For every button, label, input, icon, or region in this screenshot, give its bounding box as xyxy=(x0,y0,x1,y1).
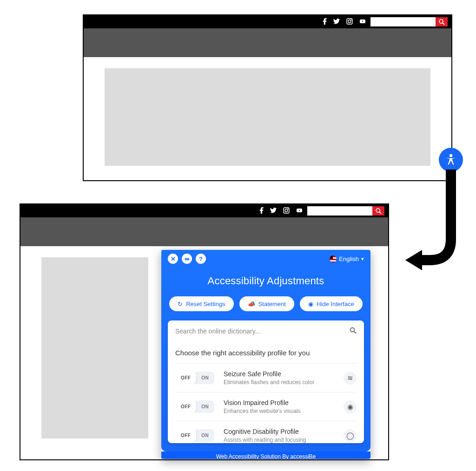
hide-interface-button[interactable]: ◉ Hide Interface xyxy=(300,296,363,311)
svg-line-5 xyxy=(443,23,444,25)
search-bar xyxy=(307,206,384,216)
help-icon: ? xyxy=(199,255,203,262)
profile-row-vision: OFF ON Vision Impaired Profile Enhances … xyxy=(175,392,357,421)
flow-arrow xyxy=(400,165,465,286)
chat-icon: ◯ xyxy=(344,429,357,442)
close-button[interactable]: ✕ xyxy=(168,254,178,264)
search-bar xyxy=(370,17,448,26)
svg-point-2 xyxy=(351,19,352,20)
waves-icon: ≋ xyxy=(344,372,357,385)
search-button[interactable] xyxy=(436,17,448,26)
search-input[interactable] xyxy=(370,17,436,26)
svg-point-12 xyxy=(376,209,380,212)
language-label: English xyxy=(339,255,359,262)
search-icon xyxy=(350,327,357,335)
panel-title: Accessibility Adjustments xyxy=(168,275,364,287)
svg-line-13 xyxy=(379,212,381,214)
toggle-on: ON xyxy=(194,400,214,413)
toggle-off: OFF xyxy=(175,429,196,442)
panel-footer: Web Accessibility Solution By accessiBe xyxy=(161,451,370,459)
twitter-icon[interactable] xyxy=(270,207,277,215)
dictionary-search-placeholder: Search the online dictionary... xyxy=(175,327,260,335)
megaphone-icon: 📣 xyxy=(248,301,255,307)
facebook-icon[interactable] xyxy=(323,18,327,26)
topbar xyxy=(84,15,451,28)
language-selector[interactable]: English ▾ xyxy=(330,255,364,262)
social-icons xyxy=(259,207,303,215)
eye-off-icon: ◉ xyxy=(308,301,313,307)
accessibility-panel: ✕ ⇔ ? English ▾ Accessibility Adjustment… xyxy=(161,250,370,459)
search-icon xyxy=(439,19,445,25)
flag-us-icon xyxy=(330,255,337,262)
search-button[interactable] xyxy=(372,206,384,216)
dictionary-search[interactable]: Search the online dictionary... xyxy=(175,327,357,342)
svg-point-14 xyxy=(350,328,355,332)
browser-window-before xyxy=(83,14,452,181)
instagram-icon[interactable] xyxy=(346,18,353,26)
reset-settings-button[interactable]: ↻ Reset Settings xyxy=(169,296,234,311)
toggle-off: OFF xyxy=(175,400,196,413)
hide-label: Hide Interface xyxy=(317,301,354,307)
toggle-vision[interactable]: OFF ON xyxy=(175,400,214,413)
svg-rect-8 xyxy=(284,208,289,213)
search-icon xyxy=(376,208,382,214)
search-input[interactable] xyxy=(307,206,372,216)
profile-desc: Enhances the website's visuals xyxy=(224,408,301,414)
svg-line-15 xyxy=(354,332,356,334)
eye-icon: ◉ xyxy=(344,400,357,413)
profile-row-cognitive: OFF ON Cognitive Disability Profile Assi… xyxy=(175,421,357,443)
nav-bar xyxy=(20,217,388,246)
close-icon: ✕ xyxy=(171,255,176,262)
help-button[interactable]: ? xyxy=(196,254,206,264)
content xyxy=(84,57,451,177)
panel-body: Search the online dictionary... Choose t… xyxy=(168,321,364,443)
youtube-icon[interactable] xyxy=(359,18,366,26)
toggle-on: ON xyxy=(194,429,214,442)
twitter-icon[interactable] xyxy=(333,18,340,26)
topbar xyxy=(20,204,388,217)
svg-point-4 xyxy=(439,20,443,23)
toggle-cognitive[interactable]: OFF ON xyxy=(175,429,214,442)
profile-row-seizure: OFF ON Seizure Safe Profile Eliminates f… xyxy=(175,363,357,392)
youtube-icon[interactable] xyxy=(296,207,303,215)
content-placeholder xyxy=(41,257,148,438)
profile-title: Seizure Safe Profile xyxy=(224,370,314,378)
reset-label: Reset Settings xyxy=(186,301,225,307)
profile-desc: Eliminates flashes and reduces color xyxy=(224,379,314,386)
profiles-heading: Choose the right accessibility profile f… xyxy=(175,342,357,363)
nav-bar xyxy=(84,28,451,57)
panel-header: ✕ ⇔ ? English ▾ Accessibility Adjustment… xyxy=(161,250,370,451)
statement-button[interactable]: 📣 Statement xyxy=(239,296,294,311)
statement-label: Statement xyxy=(258,301,286,307)
profile-title: Vision Impaired Profile xyxy=(224,399,301,406)
toggle-on: ON xyxy=(194,372,214,384)
svg-point-10 xyxy=(288,208,289,209)
toggle-seizure[interactable]: OFF ON xyxy=(175,372,214,384)
content-placeholder xyxy=(105,68,430,166)
instagram-icon[interactable] xyxy=(283,207,290,215)
refresh-icon: ↻ xyxy=(178,301,183,307)
profile-title: Cognitive Disability Profile xyxy=(224,428,306,435)
svg-rect-0 xyxy=(347,19,352,24)
svg-point-1 xyxy=(348,20,351,23)
social-icons xyxy=(323,18,366,26)
chevron-down-icon: ▾ xyxy=(361,256,364,262)
svg-point-9 xyxy=(285,209,288,212)
svg-point-6 xyxy=(450,154,452,157)
facebook-icon[interactable] xyxy=(259,207,264,215)
svg-marker-7 xyxy=(405,250,422,270)
profile-desc: Assists with reading and focusing xyxy=(224,437,306,443)
toggle-off: OFF xyxy=(175,372,196,384)
resize-button[interactable]: ⇔ xyxy=(182,254,192,264)
resize-icon: ⇔ xyxy=(185,255,190,262)
